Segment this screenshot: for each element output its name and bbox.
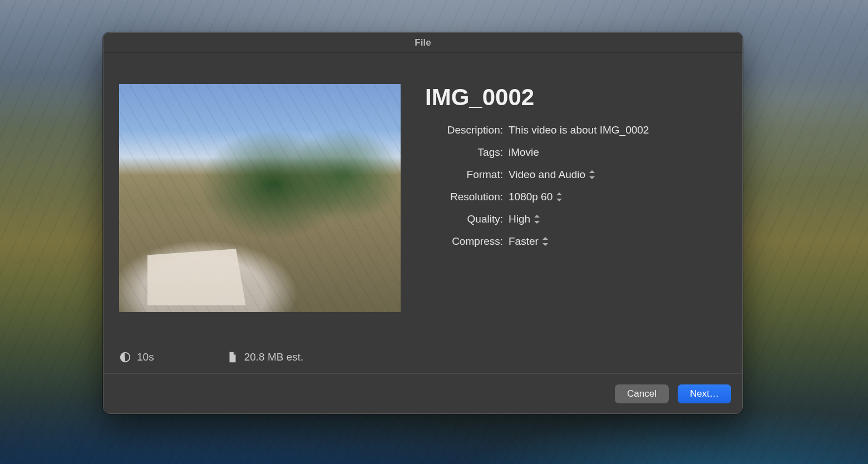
row-compress: Compress: Faster	[425, 234, 727, 249]
label-compress: Compress:	[425, 235, 509, 248]
dialog-footer: Cancel Next…	[103, 373, 742, 413]
chevron-up-down-icon	[534, 215, 540, 224]
duration-value: 10s	[137, 351, 154, 363]
label-resolution: Resolution:	[425, 191, 509, 203]
label-description: Description:	[425, 124, 509, 136]
clock-icon	[119, 351, 131, 363]
row-quality: Quality: High	[425, 212, 727, 226]
quality-value: High	[509, 213, 530, 225]
compress-popup[interactable]: Faster	[509, 234, 549, 249]
format-popup[interactable]: Video and Audio	[509, 167, 595, 182]
next-button[interactable]: Next…	[678, 384, 731, 403]
resolution-value: 1080p 60	[509, 191, 553, 203]
description-field[interactable]: This video is about IMG_0002	[509, 123, 649, 137]
quality-popup[interactable]: High	[509, 212, 540, 226]
meta-row: 10s 20.8 MB est.	[119, 324, 403, 363]
dialog-title: File	[415, 37, 431, 48]
row-tags: Tags: iMovie	[425, 145, 727, 160]
label-format: Format:	[425, 169, 509, 181]
row-resolution: Resolution: 1080p 60	[425, 190, 727, 204]
label-tags: Tags:	[425, 146, 509, 159]
duration-meta: 10s	[119, 351, 154, 363]
dialog-titlebar: File	[103, 33, 742, 53]
row-format: Format: Video and Audio	[425, 167, 727, 182]
filesize-meta: 20.8 MB est.	[226, 351, 304, 363]
export-file-dialog: File 10s 20.8 MB est.	[103, 32, 743, 414]
chevron-up-down-icon	[542, 237, 549, 246]
document-icon	[226, 351, 239, 363]
video-thumbnail	[119, 84, 401, 312]
row-description: Description: This video is about IMG_000…	[425, 123, 727, 137]
left-column: 10s 20.8 MB est.	[119, 84, 403, 363]
resolution-popup[interactable]: 1080p 60	[509, 190, 563, 204]
tags-field[interactable]: iMovie	[509, 145, 539, 160]
chevron-up-down-icon	[556, 192, 563, 201]
format-value: Video and Audio	[509, 169, 585, 181]
compress-value: Faster	[509, 235, 539, 248]
filesize-value: 20.8 MB est.	[244, 351, 304, 363]
cancel-button[interactable]: Cancel	[615, 384, 669, 403]
file-title: IMG_0002	[425, 84, 727, 111]
right-column: IMG_0002 Description: This video is abou…	[425, 84, 727, 363]
chevron-up-down-icon	[589, 170, 595, 179]
dialog-content: 10s 20.8 MB est. IMG_0002 Description: T…	[103, 53, 742, 373]
label-quality: Quality:	[425, 213, 509, 225]
